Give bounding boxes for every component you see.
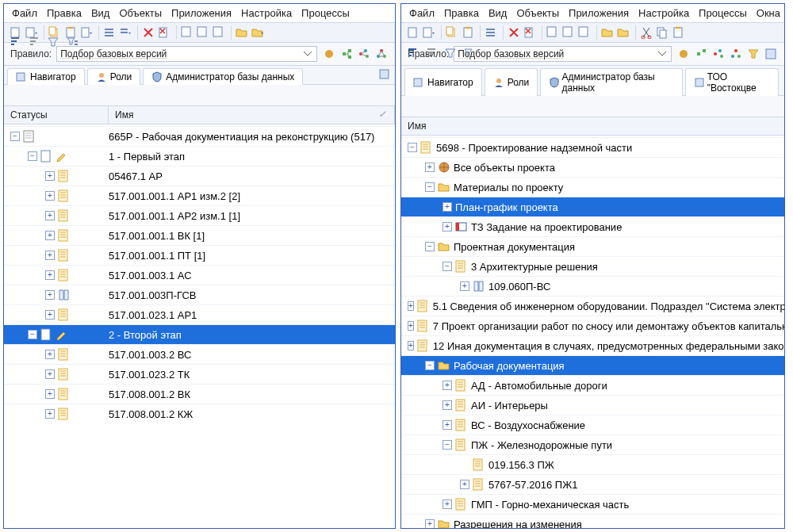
- rule-combobox[interactable]: Подбор базовых версий: [56, 46, 317, 62]
- paste-icon[interactable]: [461, 25, 475, 40]
- menu-processes[interactable]: Процессы: [699, 7, 747, 19]
- list-dropdown-icon[interactable]: [118, 25, 132, 40]
- funnel-icon[interactable]: [444, 99, 458, 113]
- menu-edit[interactable]: Правка: [444, 7, 479, 19]
- doc-a-icon[interactable]: [546, 25, 560, 40]
- tree-row[interactable]: +12 Иная документация в случаях, предусм…: [401, 335, 784, 355]
- tree-row[interactable]: +5767-57.2016 ПЖ1: [401, 474, 784, 494]
- tree-row[interactable]: +АД - Автомобильные дороги: [401, 375, 784, 395]
- tree-row[interactable]: +517.008.001.2 КЖ: [4, 404, 395, 423]
- tree-row[interactable]: +517.001.003П-ГСВ: [4, 285, 395, 304]
- tree-row[interactable]: +АИ - Интерьеры: [401, 395, 784, 415]
- expand-toggle[interactable]: +: [45, 310, 55, 320]
- menu-processes[interactable]: Процессы: [301, 7, 350, 19]
- tree-row[interactable]: +Все объекты проекта: [401, 157, 784, 177]
- paste-2-icon[interactable]: [671, 25, 685, 40]
- grid-header[interactable]: Имя: [401, 117, 784, 136]
- menu-edit[interactable]: Правка: [47, 7, 82, 19]
- load-icon[interactable]: [322, 47, 336, 61]
- expand-toggle[interactable]: +: [442, 202, 452, 212]
- node-colorful-icon[interactable]: [357, 47, 371, 61]
- tree-row[interactable]: +ТЗ Задание на проектирование: [401, 216, 784, 236]
- copy-icon[interactable]: [48, 25, 62, 40]
- load-icon[interactable]: [676, 47, 691, 61]
- pane-icon[interactable]: [764, 47, 778, 61]
- expand-toggle[interactable]: +: [408, 321, 414, 331]
- tab-company[interactable]: ТОО "Востокцве: [685, 68, 779, 96]
- tree-row[interactable]: +5.1 Сведения об инженерном оборудовании…: [401, 296, 784, 316]
- expand-toggle[interactable]: +: [45, 171, 55, 181]
- folder-a-icon[interactable]: [600, 25, 615, 40]
- rule-combobox[interactable]: Подбор базовых версий: [454, 46, 672, 62]
- sort-icon[interactable]: [9, 88, 23, 102]
- folder-b-icon[interactable]: [616, 25, 630, 40]
- tree-row[interactable]: +517.001.001.1 АР1 изм.2 [2]: [4, 186, 395, 205]
- doc-b-icon[interactable]: [561, 25, 576, 40]
- tree-row[interactable]: +517.001.001.1 ВК [1]: [4, 225, 395, 245]
- expand-toggle[interactable]: +: [45, 231, 55, 240]
- expand-toggle[interactable]: +: [460, 281, 469, 291]
- node-green-icon[interactable]: [694, 47, 708, 61]
- menu-settings[interactable]: Настройка: [241, 7, 292, 19]
- delete-x-icon[interactable]: [141, 25, 155, 40]
- funnel-yellow-icon[interactable]: [746, 47, 760, 61]
- copy-icon[interactable]: [445, 25, 459, 40]
- expand-toggle[interactable]: −: [425, 361, 435, 370]
- folder-b-icon[interactable]: [251, 25, 265, 40]
- node-green-icon[interactable]: [339, 47, 354, 61]
- expand-toggle[interactable]: +: [408, 341, 414, 350]
- expand-toggle[interactable]: +: [425, 519, 435, 528]
- delete-x-icon[interactable]: [507, 25, 521, 40]
- tree-row[interactable]: −2 - Второй этап: [4, 324, 395, 344]
- tree-row[interactable]: +517.001.001.1 ПТ [1]: [4, 245, 395, 265]
- doc-c-icon[interactable]: [577, 25, 592, 40]
- folder-a-icon[interactable]: [235, 25, 249, 40]
- tree-row[interactable]: +ВС - Воздухоснабжение: [401, 415, 784, 434]
- expand-toggle[interactable]: +: [45, 270, 55, 280]
- tree-row[interactable]: −Проектная документация: [401, 236, 784, 256]
- graph-icon[interactable]: [729, 47, 743, 61]
- menu-apps[interactable]: Приложения: [171, 7, 232, 19]
- tree-row[interactable]: +109.060П-ВС: [401, 276, 784, 296]
- expand-toggle[interactable]: −: [442, 262, 452, 271]
- list-icon[interactable]: [102, 25, 117, 40]
- menu-file[interactable]: Файл: [409, 7, 435, 19]
- expand-toggle[interactable]: +: [442, 222, 452, 232]
- tree-row[interactable]: −ПЖ - Железнодорожные пути: [401, 434, 784, 454]
- menu-objects[interactable]: Объекты: [516, 7, 559, 19]
- expand-toggle[interactable]: +: [45, 191, 55, 201]
- tree-row[interactable]: +План-график проекта: [401, 197, 784, 216]
- expand-toggle[interactable]: +: [45, 389, 55, 399]
- menu-windows[interactable]: Окна: [757, 7, 780, 19]
- tab-navigator[interactable]: Навигатор: [404, 68, 482, 96]
- new-dropdown-icon[interactable]: [422, 25, 436, 40]
- tree-row[interactable]: +517.001.003.1 АС: [4, 265, 395, 285]
- menu-settings[interactable]: Настройка: [638, 7, 689, 19]
- new-icon[interactable]: [9, 25, 23, 40]
- expand-toggle[interactable]: −: [28, 330, 37, 339]
- expand-toggle[interactable]: −: [10, 132, 20, 141]
- tree-row[interactable]: −Материалы по проекту: [401, 177, 784, 197]
- expand-toggle[interactable]: +: [45, 369, 55, 379]
- paste-icon[interactable]: [63, 25, 78, 40]
- expand-toggle[interactable]: +: [408, 301, 414, 311]
- expand-toggle[interactable]: +: [460, 480, 469, 489]
- tree-row[interactable]: +Разрешения на изменения: [401, 514, 784, 528]
- tree-row[interactable]: +517.001.023.1 АР1: [4, 304, 395, 324]
- paste-dropdown-icon[interactable]: [79, 25, 94, 40]
- new-tab-icon[interactable]: [377, 67, 392, 82]
- tree-row[interactable]: −5698 - Проектирование надземной части: [401, 137, 784, 157]
- tree-row[interactable]: +517.008.001.2 ВК: [4, 384, 395, 404]
- sort-alt-icon[interactable]: [28, 88, 42, 102]
- tab-roles[interactable]: Роли: [87, 68, 141, 85]
- graph-icon[interactable]: [374, 47, 389, 61]
- sort-alt-icon[interactable]: [425, 99, 439, 113]
- expand-toggle[interactable]: +: [442, 381, 452, 390]
- delete-doc-icon[interactable]: [157, 25, 171, 40]
- doc-b-icon[interactable]: [196, 25, 210, 40]
- menu-view[interactable]: Вид: [91, 7, 110, 19]
- expand-toggle[interactable]: −: [408, 143, 417, 152]
- copy-2-icon[interactable]: [655, 25, 669, 40]
- expand-toggle[interactable]: +: [45, 211, 55, 220]
- tree-row[interactable]: +05467.1 АР: [4, 166, 395, 186]
